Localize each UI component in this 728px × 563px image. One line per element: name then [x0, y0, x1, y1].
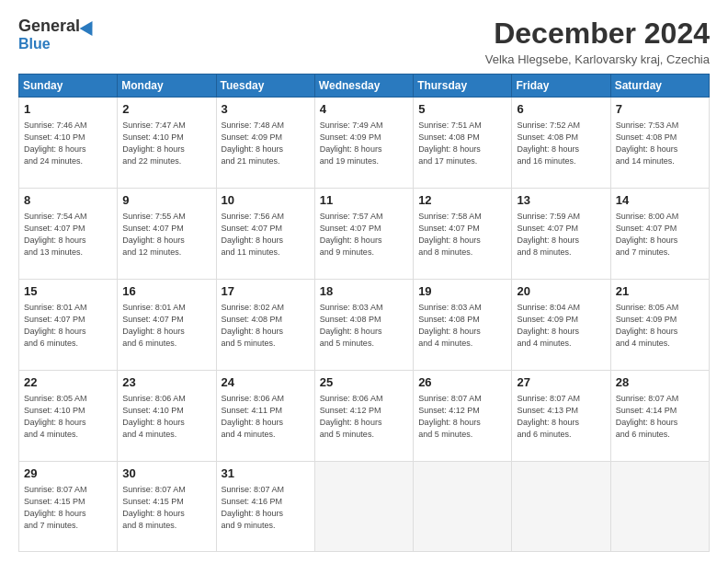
day-number: 4	[320, 101, 408, 118]
day-cell-20: 20Sunrise: 8:04 AM Sunset: 4:09 PM Dayli…	[512, 279, 610, 370]
day-number: 25	[320, 374, 408, 391]
empty-cell	[314, 461, 413, 551]
day-info: Sunrise: 7:49 AM Sunset: 4:09 PM Dayligh…	[320, 120, 408, 167]
day-number: 1	[24, 101, 112, 118]
day-cell-31: 31Sunrise: 8:07 AM Sunset: 4:16 PM Dayli…	[216, 461, 314, 551]
day-number: 23	[122, 374, 210, 391]
day-info: Sunrise: 7:58 AM Sunset: 4:07 PM Dayligh…	[418, 211, 506, 259]
day-number: 5	[418, 101, 506, 118]
day-cell-25: 25Sunrise: 8:06 AM Sunset: 4:12 PM Dayli…	[314, 370, 413, 461]
day-cell-26: 26Sunrise: 8:07 AM Sunset: 4:12 PM Dayli…	[414, 370, 512, 461]
day-info: Sunrise: 8:06 AM Sunset: 4:10 PM Dayligh…	[122, 393, 210, 441]
day-number: 17	[222, 283, 310, 300]
day-info: Sunrise: 8:03 AM Sunset: 4:08 PM Dayligh…	[320, 302, 408, 350]
day-cell-10: 10Sunrise: 7:56 AM Sunset: 4:07 PM Dayli…	[216, 188, 314, 279]
week-row-2: 8Sunrise: 7:54 AM Sunset: 4:07 PM Daylig…	[19, 188, 710, 279]
day-number: 27	[517, 374, 605, 391]
logo-general-text: General	[18, 17, 80, 36]
day-cell-28: 28Sunrise: 8:07 AM Sunset: 4:14 PM Dayli…	[610, 370, 709, 461]
day-cell-29: 29Sunrise: 8:07 AM Sunset: 4:15 PM Dayli…	[19, 461, 118, 551]
day-cell-5: 5Sunrise: 7:51 AM Sunset: 4:08 PM Daylig…	[414, 98, 512, 189]
day-info: Sunrise: 8:03 AM Sunset: 4:08 PM Dayligh…	[418, 302, 506, 350]
day-number: 9	[122, 192, 210, 209]
day-info: Sunrise: 8:05 AM Sunset: 4:09 PM Dayligh…	[616, 302, 704, 350]
day-info: Sunrise: 7:52 AM Sunset: 4:08 PM Dayligh…	[517, 120, 605, 167]
day-number: 11	[320, 192, 408, 209]
day-info: Sunrise: 8:01 AM Sunset: 4:07 PM Dayligh…	[24, 302, 112, 350]
day-cell-8: 8Sunrise: 7:54 AM Sunset: 4:07 PM Daylig…	[19, 188, 118, 279]
day-cell-16: 16Sunrise: 8:01 AM Sunset: 4:07 PM Dayli…	[118, 279, 216, 370]
day-cell-21: 21Sunrise: 8:05 AM Sunset: 4:09 PM Dayli…	[610, 279, 709, 370]
day-cell-19: 19Sunrise: 8:03 AM Sunset: 4:08 PM Dayli…	[414, 279, 512, 370]
day-header-saturday: Saturday	[610, 75, 709, 98]
day-cell-22: 22Sunrise: 8:05 AM Sunset: 4:10 PM Dayli…	[19, 370, 118, 461]
day-number: 3	[222, 101, 310, 118]
day-number: 22	[24, 374, 112, 391]
day-info: Sunrise: 8:02 AM Sunset: 4:08 PM Dayligh…	[222, 302, 310, 350]
logo: General Blue	[18, 17, 97, 52]
day-number: 24	[222, 374, 310, 391]
day-cell-14: 14Sunrise: 8:00 AM Sunset: 4:07 PM Dayli…	[610, 188, 709, 279]
week-row-4: 22Sunrise: 8:05 AM Sunset: 4:10 PM Dayli…	[19, 370, 710, 461]
day-info: Sunrise: 8:01 AM Sunset: 4:07 PM Dayligh…	[122, 302, 210, 350]
day-info: Sunrise: 8:00 AM Sunset: 4:07 PM Dayligh…	[616, 211, 704, 259]
month-title: December 2024	[485, 17, 710, 51]
day-number: 29	[24, 465, 112, 482]
day-info: Sunrise: 7:46 AM Sunset: 4:10 PM Dayligh…	[24, 120, 112, 167]
day-cell-23: 23Sunrise: 8:06 AM Sunset: 4:10 PM Dayli…	[118, 370, 216, 461]
day-header-tuesday: Tuesday	[216, 75, 314, 98]
day-cell-17: 17Sunrise: 8:02 AM Sunset: 4:08 PM Dayli…	[216, 279, 314, 370]
day-number: 18	[320, 283, 408, 300]
week-row-1: 1Sunrise: 7:46 AM Sunset: 4:10 PM Daylig…	[19, 98, 710, 189]
day-cell-18: 18Sunrise: 8:03 AM Sunset: 4:08 PM Dayli…	[314, 279, 413, 370]
day-cell-7: 7Sunrise: 7:53 AM Sunset: 4:08 PM Daylig…	[610, 98, 709, 189]
logo-triangle-icon	[80, 17, 99, 35]
day-cell-13: 13Sunrise: 7:59 AM Sunset: 4:07 PM Dayli…	[512, 188, 610, 279]
day-number: 6	[517, 101, 605, 118]
day-header-friday: Friday	[512, 75, 610, 98]
day-cell-27: 27Sunrise: 8:07 AM Sunset: 4:13 PM Dayli…	[512, 370, 610, 461]
day-cell-15: 15Sunrise: 8:01 AM Sunset: 4:07 PM Dayli…	[19, 279, 118, 370]
day-info: Sunrise: 8:07 AM Sunset: 4:16 PM Dayligh…	[222, 484, 310, 532]
day-info: Sunrise: 8:07 AM Sunset: 4:12 PM Dayligh…	[418, 393, 506, 441]
day-header-thursday: Thursday	[414, 75, 512, 98]
logo-blue-text: Blue	[18, 36, 51, 52]
day-number: 28	[616, 374, 704, 391]
day-cell-9: 9Sunrise: 7:55 AM Sunset: 4:07 PM Daylig…	[118, 188, 216, 279]
day-number: 19	[418, 283, 506, 300]
day-info: Sunrise: 7:55 AM Sunset: 4:07 PM Dayligh…	[122, 211, 210, 259]
day-cell-24: 24Sunrise: 8:06 AM Sunset: 4:11 PM Dayli…	[216, 370, 314, 461]
day-number: 2	[122, 101, 210, 118]
day-info: Sunrise: 8:06 AM Sunset: 4:11 PM Dayligh…	[222, 393, 310, 441]
day-info: Sunrise: 7:57 AM Sunset: 4:07 PM Dayligh…	[320, 211, 408, 259]
day-info: Sunrise: 8:07 AM Sunset: 4:15 PM Dayligh…	[122, 484, 210, 532]
empty-cell	[512, 461, 610, 551]
day-number: 26	[418, 374, 506, 391]
day-info: Sunrise: 7:47 AM Sunset: 4:10 PM Dayligh…	[122, 120, 210, 167]
empty-cell	[610, 461, 709, 551]
day-info: Sunrise: 7:59 AM Sunset: 4:07 PM Dayligh…	[517, 211, 605, 259]
day-info: Sunrise: 7:51 AM Sunset: 4:08 PM Dayligh…	[418, 120, 506, 167]
day-cell-3: 3Sunrise: 7:48 AM Sunset: 4:09 PM Daylig…	[216, 98, 314, 189]
day-number: 15	[24, 283, 112, 300]
day-info: Sunrise: 8:05 AM Sunset: 4:10 PM Dayligh…	[24, 393, 112, 441]
logo-text: General	[18, 17, 97, 36]
day-number: 31	[222, 465, 310, 482]
day-header-monday: Monday	[118, 75, 216, 98]
day-number: 13	[517, 192, 605, 209]
day-info: Sunrise: 7:56 AM Sunset: 4:07 PM Dayligh…	[222, 211, 310, 259]
title-area: December 2024 Velka Hlegsebe, Karlovarsk…	[485, 17, 710, 66]
day-info: Sunrise: 7:53 AM Sunset: 4:08 PM Dayligh…	[616, 120, 704, 167]
day-cell-1: 1Sunrise: 7:46 AM Sunset: 4:10 PM Daylig…	[19, 98, 118, 189]
day-info: Sunrise: 8:06 AM Sunset: 4:12 PM Dayligh…	[320, 393, 408, 441]
day-info: Sunrise: 7:54 AM Sunset: 4:07 PM Dayligh…	[24, 211, 112, 259]
day-cell-11: 11Sunrise: 7:57 AM Sunset: 4:07 PM Dayli…	[314, 188, 413, 279]
day-number: 7	[616, 101, 704, 118]
day-info: Sunrise: 8:07 AM Sunset: 4:15 PM Dayligh…	[24, 484, 112, 532]
location-subtitle: Velka Hlegsebe, Karlovarsky kraj, Czechi…	[485, 52, 710, 66]
day-header-sunday: Sunday	[19, 75, 118, 98]
week-row-5: 29Sunrise: 8:07 AM Sunset: 4:15 PM Dayli…	[19, 461, 710, 551]
day-number: 30	[122, 465, 210, 482]
calendar-table: SundayMondayTuesdayWednesdayThursdayFrid…	[18, 74, 710, 552]
day-cell-4: 4Sunrise: 7:49 AM Sunset: 4:09 PM Daylig…	[314, 98, 413, 189]
